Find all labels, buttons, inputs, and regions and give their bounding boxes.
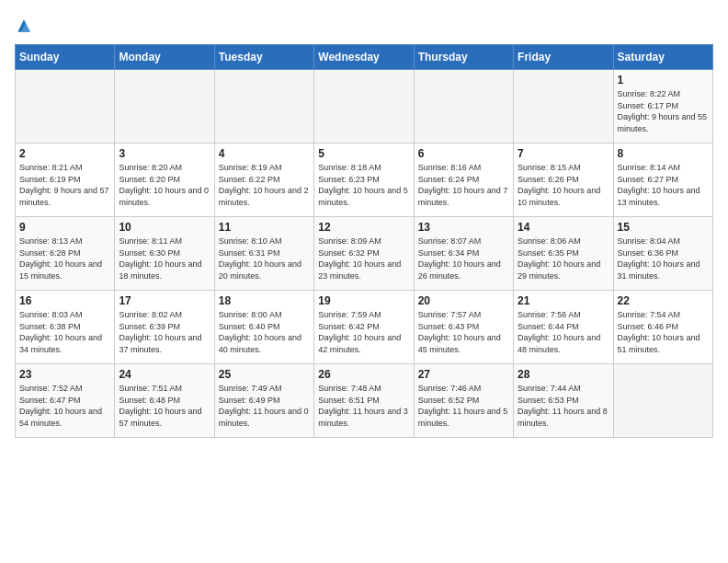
day-number: 2	[19, 147, 110, 160]
header-cell-thursday: Thursday	[414, 45, 513, 70]
week-row-1: 1Sunrise: 8:22 AM Sunset: 6:17 PM Daylig…	[16, 70, 713, 144]
header-cell-tuesday: Tuesday	[214, 45, 313, 70]
day-cell: 1Sunrise: 8:22 AM Sunset: 6:17 PM Daylig…	[613, 70, 712, 144]
day-number: 20	[418, 294, 509, 307]
day-number: 19	[318, 294, 409, 307]
day-cell	[613, 364, 712, 438]
day-info: Sunrise: 7:59 AM Sunset: 6:42 PM Dayligh…	[318, 309, 409, 355]
week-row-4: 16Sunrise: 8:03 AM Sunset: 6:38 PM Dayli…	[16, 291, 713, 364]
day-info: Sunrise: 7:57 AM Sunset: 6:43 PM Dayligh…	[418, 309, 509, 355]
day-cell: 5Sunrise: 8:18 AM Sunset: 6:23 PM Daylig…	[314, 144, 414, 217]
day-number: 7	[518, 147, 609, 160]
day-info: Sunrise: 8:16 AM Sunset: 6:24 PM Dayligh…	[418, 162, 509, 208]
day-info: Sunrise: 7:49 AM Sunset: 6:49 PM Dayligh…	[219, 383, 310, 429]
day-info: Sunrise: 7:51 AM Sunset: 6:48 PM Dayligh…	[119, 383, 210, 429]
day-info: Sunrise: 8:02 AM Sunset: 6:39 PM Dayligh…	[119, 309, 210, 355]
day-number: 15	[618, 221, 709, 234]
header-cell-saturday: Saturday	[613, 45, 712, 70]
day-number: 10	[119, 221, 210, 234]
day-info: Sunrise: 8:13 AM Sunset: 6:28 PM Dayligh…	[19, 236, 110, 282]
day-info: Sunrise: 8:06 AM Sunset: 6:35 PM Dayligh…	[518, 236, 609, 282]
day-cell: 14Sunrise: 8:06 AM Sunset: 6:35 PM Dayli…	[514, 217, 613, 291]
day-cell: 22Sunrise: 7:54 AM Sunset: 6:46 PM Dayli…	[613, 291, 712, 364]
day-info: Sunrise: 8:20 AM Sunset: 6:20 PM Dayligh…	[119, 162, 210, 208]
day-cell: 15Sunrise: 8:04 AM Sunset: 6:36 PM Dayli…	[613, 217, 712, 291]
day-info: Sunrise: 8:19 AM Sunset: 6:22 PM Dayligh…	[219, 162, 310, 208]
day-info: Sunrise: 7:56 AM Sunset: 6:44 PM Dayligh…	[518, 309, 609, 355]
day-cell: 6Sunrise: 8:16 AM Sunset: 6:24 PM Daylig…	[414, 144, 513, 217]
day-cell: 7Sunrise: 8:15 AM Sunset: 6:26 PM Daylig…	[514, 144, 613, 217]
day-number: 16	[19, 294, 110, 307]
day-number: 5	[318, 147, 409, 160]
day-cell: 11Sunrise: 8:10 AM Sunset: 6:31 PM Dayli…	[214, 217, 313, 291]
day-number: 3	[119, 147, 210, 160]
day-info: Sunrise: 8:15 AM Sunset: 6:26 PM Dayligh…	[518, 162, 609, 208]
day-info: Sunrise: 8:14 AM Sunset: 6:27 PM Dayligh…	[618, 162, 709, 208]
day-number: 4	[219, 147, 310, 160]
day-cell: 17Sunrise: 8:02 AM Sunset: 6:39 PM Dayli…	[115, 291, 214, 364]
day-cell: 21Sunrise: 7:56 AM Sunset: 6:44 PM Dayli…	[514, 291, 613, 364]
day-cell: 25Sunrise: 7:49 AM Sunset: 6:49 PM Dayli…	[214, 364, 313, 438]
day-number: 21	[518, 294, 609, 307]
day-info: Sunrise: 8:22 AM Sunset: 6:17 PM Dayligh…	[618, 88, 709, 134]
day-cell: 18Sunrise: 8:00 AM Sunset: 6:40 PM Dayli…	[214, 291, 313, 364]
day-cell	[115, 70, 214, 144]
day-cell: 19Sunrise: 7:59 AM Sunset: 6:42 PM Dayli…	[314, 291, 414, 364]
day-number: 12	[318, 221, 409, 234]
day-number: 28	[518, 368, 609, 381]
day-cell: 16Sunrise: 8:03 AM Sunset: 6:38 PM Dayli…	[16, 291, 115, 364]
header-cell-monday: Monday	[115, 45, 214, 70]
day-number: 25	[219, 368, 310, 381]
day-cell	[514, 70, 613, 144]
day-info: Sunrise: 7:48 AM Sunset: 6:51 PM Dayligh…	[318, 383, 409, 429]
day-cell: 4Sunrise: 8:19 AM Sunset: 6:22 PM Daylig…	[214, 144, 313, 217]
day-info: Sunrise: 8:04 AM Sunset: 6:36 PM Dayligh…	[618, 236, 709, 282]
day-info: Sunrise: 8:10 AM Sunset: 6:31 PM Dayligh…	[219, 236, 310, 282]
day-cell: 23Sunrise: 7:52 AM Sunset: 6:47 PM Dayli…	[16, 364, 115, 438]
day-info: Sunrise: 8:09 AM Sunset: 6:32 PM Dayligh…	[318, 236, 409, 282]
day-number: 6	[418, 147, 509, 160]
day-number: 17	[119, 294, 210, 307]
day-number: 23	[19, 368, 110, 381]
calendar-table: SundayMondayTuesdayWednesdayThursdayFrid…	[15, 44, 713, 438]
day-info: Sunrise: 7:44 AM Sunset: 6:53 PM Dayligh…	[518, 383, 609, 429]
page-header	[15, 15, 713, 35]
day-cell: 12Sunrise: 8:09 AM Sunset: 6:32 PM Dayli…	[314, 217, 414, 291]
day-number: 26	[318, 368, 409, 381]
day-cell: 26Sunrise: 7:48 AM Sunset: 6:51 PM Dayli…	[314, 364, 414, 438]
day-cell: 28Sunrise: 7:44 AM Sunset: 6:53 PM Dayli…	[514, 364, 613, 438]
day-number: 13	[418, 221, 509, 234]
day-info: Sunrise: 8:21 AM Sunset: 6:19 PM Dayligh…	[19, 162, 110, 208]
day-number: 22	[618, 294, 709, 307]
day-cell	[314, 70, 414, 144]
logo-icon	[15, 17, 33, 35]
header-row: SundayMondayTuesdayWednesdayThursdayFrid…	[16, 45, 713, 70]
day-cell: 13Sunrise: 8:07 AM Sunset: 6:34 PM Dayli…	[414, 217, 513, 291]
day-cell	[16, 70, 115, 144]
day-number: 24	[119, 368, 210, 381]
day-cell: 27Sunrise: 7:46 AM Sunset: 6:52 PM Dayli…	[414, 364, 513, 438]
day-cell: 8Sunrise: 8:14 AM Sunset: 6:27 PM Daylig…	[613, 144, 712, 217]
header-cell-wednesday: Wednesday	[314, 45, 414, 70]
header-cell-friday: Friday	[514, 45, 613, 70]
day-cell: 2Sunrise: 8:21 AM Sunset: 6:19 PM Daylig…	[16, 144, 115, 217]
day-number: 9	[19, 221, 110, 234]
week-row-5: 23Sunrise: 7:52 AM Sunset: 6:47 PM Dayli…	[16, 364, 713, 438]
day-cell	[414, 70, 513, 144]
day-info: Sunrise: 7:52 AM Sunset: 6:47 PM Dayligh…	[19, 383, 110, 429]
day-cell: 3Sunrise: 8:20 AM Sunset: 6:20 PM Daylig…	[115, 144, 214, 217]
day-cell	[214, 70, 313, 144]
day-info: Sunrise: 8:03 AM Sunset: 6:38 PM Dayligh…	[19, 309, 110, 355]
day-number: 18	[219, 294, 310, 307]
day-cell: 9Sunrise: 8:13 AM Sunset: 6:28 PM Daylig…	[16, 217, 115, 291]
day-number: 11	[219, 221, 310, 234]
day-number: 14	[518, 221, 609, 234]
week-row-3: 9Sunrise: 8:13 AM Sunset: 6:28 PM Daylig…	[16, 217, 713, 291]
week-row-2: 2Sunrise: 8:21 AM Sunset: 6:19 PM Daylig…	[16, 144, 713, 217]
day-info: Sunrise: 7:54 AM Sunset: 6:46 PM Dayligh…	[618, 309, 709, 355]
day-cell: 20Sunrise: 7:57 AM Sunset: 6:43 PM Dayli…	[414, 291, 513, 364]
day-cell: 24Sunrise: 7:51 AM Sunset: 6:48 PM Dayli…	[115, 364, 214, 438]
logo	[15, 15, 37, 35]
day-info: Sunrise: 8:00 AM Sunset: 6:40 PM Dayligh…	[219, 309, 310, 355]
day-cell: 10Sunrise: 8:11 AM Sunset: 6:30 PM Dayli…	[115, 217, 214, 291]
